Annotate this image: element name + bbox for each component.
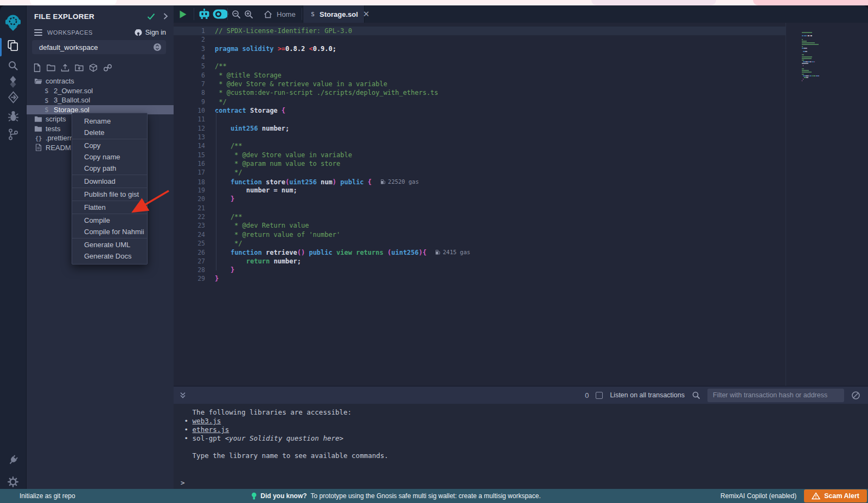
code-line-17[interactable]: 17 */ xyxy=(174,168,786,177)
code-line-13[interactable]: 13 xyxy=(174,133,786,141)
code-line-23[interactable]: 23 * @dev Return value xyxy=(174,221,786,230)
menu-item-compile[interactable]: Compile xyxy=(72,215,147,226)
did-you-know-tip: Did you know? To prototype using the Gno… xyxy=(251,492,541,500)
init-git-repo-button[interactable]: Initialize as git repo xyxy=(0,492,75,500)
code-line-29[interactable]: 29} xyxy=(174,274,786,283)
close-tab-icon[interactable]: ✕ xyxy=(363,9,370,19)
menu-item-compile-for-nahmii[interactable]: Compile for Nahmii xyxy=(72,226,147,237)
upload-folder-icon[interactable] xyxy=(75,63,84,72)
code-line-26[interactable]: 26 function retrieve() public view retur… xyxy=(174,248,786,256)
code-line-15[interactable]: 15 * @dev Store value in variable xyxy=(174,151,786,159)
tree-item-3-ballot-sol[interactable]: S3_Ballot.sol xyxy=(27,95,174,105)
code-line-7[interactable]: 7 * @dev Store & retrieve value in a var… xyxy=(174,80,786,88)
tree-item-label: tests xyxy=(46,125,60,133)
minimap[interactable] xyxy=(802,25,840,75)
code-line-16[interactable]: 16 * @param num value to store xyxy=(174,159,786,168)
tab-storage-sol[interactable]: S Storage.sol ✕ xyxy=(303,5,365,23)
line-number: 14 xyxy=(174,141,205,150)
code-line-14[interactable]: 14 /** xyxy=(174,141,786,150)
menu-item-delete[interactable]: Delete xyxy=(72,127,147,138)
plugin-manager-icon[interactable] xyxy=(0,454,26,466)
line-number: 2 xyxy=(174,35,205,44)
menu-item-generate-docs[interactable]: Generate Docs xyxy=(72,250,147,262)
transaction-filter-input[interactable] xyxy=(707,389,844,402)
menu-item-copy[interactable]: Copy xyxy=(72,140,147,151)
check-icon[interactable] xyxy=(147,13,155,20)
code-line-25[interactable]: 25 */ xyxy=(174,239,786,248)
tree-item-contracts[interactable]: contracts xyxy=(27,76,174,86)
code-line-21[interactable]: 21 xyxy=(174,204,786,212)
menu-separator xyxy=(72,214,147,214)
menu-item-publish-file-to-gist[interactable]: Publish file to gist xyxy=(72,189,147,200)
search-icon[interactable] xyxy=(0,60,26,72)
terminal-output[interactable]: The following libraries are accessible: … xyxy=(174,404,868,489)
git-icon[interactable] xyxy=(0,128,26,141)
terminal-line xyxy=(180,443,868,452)
tab-home[interactable]: Home xyxy=(255,5,302,23)
code-line-1[interactable]: 1// SPDX-License-Identifier: GPL-3.0 xyxy=(174,27,786,35)
workspace-selector[interactable]: default_workspace xyxy=(32,40,166,54)
tree-item-2-owner-sol[interactable]: S2_Owner.sol xyxy=(27,86,174,96)
ai-robot-icon[interactable] xyxy=(197,8,211,20)
terminal-expand-icon[interactable] xyxy=(179,391,187,399)
code-line-8[interactable]: 8 * @custom:dev-run-script ./scripts/dep… xyxy=(174,88,786,97)
settings-gear-icon[interactable] xyxy=(0,476,26,488)
code-line-22[interactable]: 22 /** xyxy=(174,212,786,221)
line-number: 21 xyxy=(174,204,205,212)
code-line-9[interactable]: 9 */ xyxy=(174,98,786,106)
code-line-4[interactable]: 4 xyxy=(174,53,786,62)
code-line-12[interactable]: 12 uint256 number; xyxy=(174,124,786,133)
line-number: 13 xyxy=(174,133,205,141)
file-explorer-icon[interactable] xyxy=(0,39,26,52)
code-line-28[interactable]: 28 } xyxy=(174,266,786,274)
terminal-search-icon[interactable] xyxy=(692,391,700,399)
menu-item-download[interactable]: Download xyxy=(72,176,147,187)
code-line-20[interactable]: 20 } xyxy=(174,195,786,203)
code-line-27[interactable]: 27 return number; xyxy=(174,257,786,266)
deploy-run-icon[interactable] xyxy=(0,91,26,104)
hamburger-menu-icon[interactable] xyxy=(34,29,42,36)
code-line-3[interactable]: 3pragma solidity >=0.8.2 <0.9.0; xyxy=(174,44,786,53)
code-line-24[interactable]: 24 * @return value of 'number' xyxy=(174,230,786,239)
menu-item-copy-path[interactable]: Copy path xyxy=(72,163,147,174)
block-ban-icon[interactable] xyxy=(851,391,860,400)
menu-item-rename[interactable]: Rename xyxy=(72,115,147,127)
cube-icon[interactable] xyxy=(89,63,98,72)
gas-estimate-label: 22520 gas xyxy=(388,177,419,186)
listen-transactions-checkbox[interactable] xyxy=(596,392,603,399)
upload-file-icon[interactable] xyxy=(61,63,69,72)
scam-alert-button[interactable]: Scam Alert xyxy=(804,489,867,502)
code-line-5[interactable]: 5/** xyxy=(174,62,786,70)
zoom-out-icon[interactable] xyxy=(231,9,241,19)
fuel-icon xyxy=(435,249,441,255)
menu-item-flatten[interactable]: Flatten xyxy=(72,202,147,213)
menu-item-copy-name[interactable]: Copy name xyxy=(72,151,147,163)
panel-header: FILE EXPLORER xyxy=(34,10,168,23)
copilot-status-label[interactable]: RemixAI Copilot (enabled) xyxy=(720,492,796,500)
code-line-11[interactable]: 11 xyxy=(174,115,786,124)
terminal-link[interactable]: web3.js xyxy=(193,417,221,425)
code-line-19[interactable]: 19 number = num; xyxy=(174,186,786,195)
code-line-6[interactable]: 6 * @title Storage xyxy=(174,71,786,80)
sign-in-button[interactable]: Sign in xyxy=(134,29,166,36)
run-script-play-icon[interactable] xyxy=(180,10,187,18)
chevron-right-icon[interactable] xyxy=(163,12,168,20)
debugger-icon[interactable] xyxy=(0,110,26,122)
zoom-in-icon[interactable] xyxy=(244,9,253,19)
copilot-toggle[interactable] xyxy=(213,9,228,19)
code-line-10[interactable]: 10contract Storage { xyxy=(174,106,786,115)
terminal-prompt[interactable]: > xyxy=(181,479,185,487)
terminal-output-lines: The following libraries are accessible: … xyxy=(174,404,868,460)
line-number: 19 xyxy=(174,186,205,195)
remix-logo-icon[interactable] xyxy=(0,13,26,35)
terminal-line: • ethers.js xyxy=(180,425,868,434)
new-file-icon[interactable] xyxy=(33,63,41,72)
link-icon[interactable] xyxy=(103,63,112,72)
menu-item-generate-uml[interactable]: Generate UML xyxy=(72,239,147,250)
terminal-link[interactable]: ethers.js xyxy=(193,425,229,434)
solidity-compiler-icon[interactable] xyxy=(0,75,26,88)
code-line-2[interactable]: 2 xyxy=(174,35,786,44)
new-folder-icon[interactable] xyxy=(47,63,55,72)
code-line-18[interactable]: 18 function store(uint256 num) public {2… xyxy=(174,177,786,186)
code-text: * @param num value to store xyxy=(215,160,340,167)
